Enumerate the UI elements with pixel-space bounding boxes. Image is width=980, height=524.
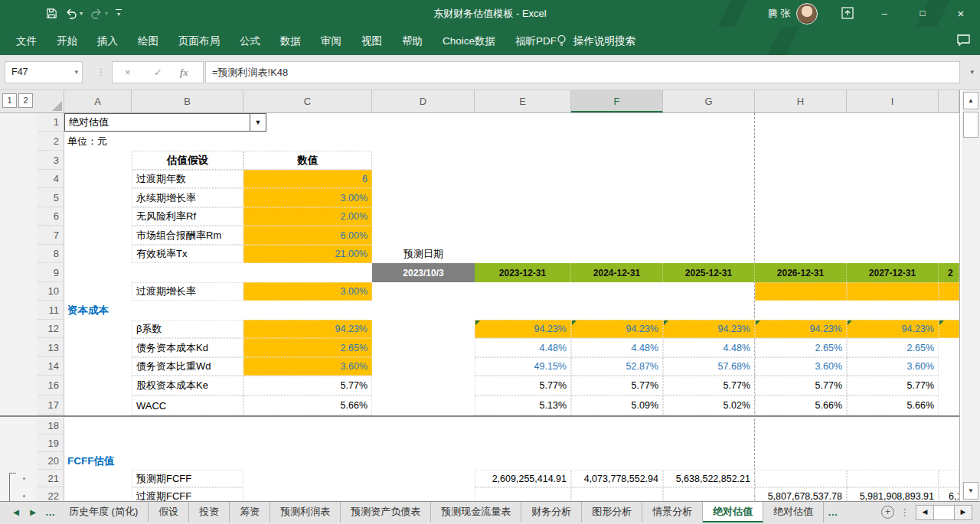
close-button[interactable]: × bbox=[949, 0, 972, 27]
cell-G16[interactable]: 5.77% bbox=[663, 376, 755, 395]
cell-B10[interactable]: 过渡期增长率 bbox=[132, 282, 243, 301]
row-header-16[interactable]: 16 bbox=[37, 376, 64, 395]
cell-D9[interactable]: 2023/10/3 bbox=[372, 263, 475, 282]
name-box[interactable]: F47 ▾ bbox=[5, 61, 83, 83]
cell-C17[interactable]: 5.66% bbox=[243, 395, 372, 415]
cell-B8[interactable]: 有效税率Tx bbox=[132, 245, 243, 263]
cell-H22[interactable]: 5,807,678,537.78 bbox=[755, 487, 847, 501]
sheet-tab-预测利润表[interactable]: 预测利润表 bbox=[270, 502, 341, 522]
cell-H12[interactable]: 94.23% bbox=[755, 320, 847, 338]
column-header-B[interactable]: B bbox=[132, 90, 243, 112]
ribbon-tab-开始[interactable]: 开始 bbox=[47, 27, 87, 55]
column-header-I[interactable]: I bbox=[847, 90, 939, 112]
row-header-10[interactable]: 10 bbox=[37, 282, 64, 301]
name-box-dropdown-icon[interactable]: ▾ bbox=[74, 62, 78, 83]
cell-E14[interactable]: 49.15% bbox=[475, 357, 571, 376]
cell-E12[interactable]: 94.23% bbox=[475, 320, 571, 338]
cell-H9[interactable]: 2026-12-31 bbox=[755, 263, 847, 282]
scroll-down-button[interactable]: ▼ bbox=[963, 482, 978, 500]
cell-B7[interactable]: 市场组合报酬率Rm bbox=[132, 226, 243, 245]
cell-H17[interactable]: 5.66% bbox=[755, 395, 847, 415]
cell-G13[interactable]: 4.48% bbox=[663, 338, 755, 357]
ribbon-tab-Choice数据[interactable]: Choice数据 bbox=[433, 27, 505, 55]
cell-B16[interactable]: 股权资本成本Ke bbox=[132, 376, 243, 395]
cell-E13[interactable]: 4.48% bbox=[475, 338, 571, 357]
ribbon-tab-审阅[interactable]: 审阅 bbox=[311, 27, 351, 55]
cell-H13[interactable]: 2.65% bbox=[755, 338, 847, 357]
ribbon-tab-页面布局[interactable]: 页面布局 bbox=[168, 27, 230, 55]
cell-I22[interactable]: 5,981,908,893.91 bbox=[847, 487, 939, 501]
cell-J12[interactable] bbox=[939, 320, 959, 338]
vertical-scroll-thumb[interactable] bbox=[963, 112, 978, 138]
cell-J21[interactable] bbox=[939, 470, 959, 487]
cell-F14[interactable]: 52.87% bbox=[571, 357, 663, 376]
sheet-tab-预测资产负债表[interactable]: 预测资产负债表 bbox=[341, 502, 431, 522]
cell-H10[interactable] bbox=[755, 282, 847, 301]
cell-B22[interactable]: 过渡期FCFF bbox=[132, 487, 243, 501]
cell-C12[interactable]: 94.23% bbox=[243, 320, 372, 338]
row-header-2[interactable]: 2 bbox=[37, 132, 64, 151]
horizontal-scrollbar[interactable]: ◀ ▶ bbox=[916, 505, 972, 520]
cell-H14[interactable]: 3.60% bbox=[755, 357, 847, 376]
ribbon-tab-绘图[interactable]: 绘图 bbox=[128, 27, 168, 55]
cell-E9[interactable]: 2023-12-31 bbox=[475, 263, 571, 282]
cell-E21[interactable]: 2,609,255,414.91 bbox=[475, 470, 571, 487]
cell-B17[interactable]: WACC bbox=[132, 395, 243, 415]
cell-J22[interactable]: 6,1 bbox=[939, 487, 959, 501]
outline-level-2-button[interactable]: 2 bbox=[18, 93, 33, 108]
sheet-tab-筹资[interactable]: 筹资 bbox=[230, 502, 270, 522]
cell-B4[interactable]: 过渡期年数 bbox=[132, 170, 243, 188]
scroll-up-button[interactable]: ▲ bbox=[963, 92, 978, 109]
column-header-H[interactable]: H bbox=[755, 90, 847, 112]
cell-E17[interactable]: 5.13% bbox=[475, 395, 571, 415]
cell-G12[interactable]: 94.23% bbox=[663, 320, 755, 338]
row-header-3[interactable]: 3 bbox=[37, 151, 64, 170]
column-header-A[interactable]: A bbox=[64, 90, 132, 112]
cell-C4[interactable]: 6 bbox=[243, 170, 372, 188]
cell-B6[interactable]: 无风险利率Rf bbox=[132, 207, 243, 226]
hscroll-left-button[interactable]: ◀ bbox=[916, 506, 933, 519]
sheet-tab-投资[interactable]: 投资 bbox=[189, 502, 230, 522]
cell-J10[interactable] bbox=[939, 282, 959, 301]
cell-B14[interactable]: 债务资本比重Wd bbox=[132, 357, 243, 376]
row-header-22[interactable]: 22 bbox=[37, 487, 64, 501]
row-header-5[interactable]: 5 bbox=[37, 188, 64, 207]
tab-bar-splitter-icon[interactable]: ⋮ bbox=[900, 507, 910, 518]
horizontal-scroll-thumb[interactable] bbox=[933, 506, 955, 519]
minimize-button[interactable]: – bbox=[873, 0, 896, 27]
ribbon-tab-文件[interactable]: 文件 bbox=[6, 27, 47, 55]
maximize-button[interactable]: □ bbox=[911, 0, 934, 27]
sheet-tab-假设[interactable]: 假设 bbox=[149, 502, 189, 522]
cell-I10[interactable] bbox=[847, 282, 939, 301]
cell-C6[interactable]: 2.00% bbox=[243, 207, 372, 226]
cell-F16[interactable]: 5.77% bbox=[571, 376, 663, 395]
valuation-type-dropdown[interactable]: 绝对估值 ▼ bbox=[64, 113, 266, 132]
outline-level-1-button[interactable]: 1 bbox=[2, 93, 17, 108]
sheet-tab-图形分析[interactable]: 图形分析 bbox=[582, 502, 642, 522]
more-sheets-right-indicator[interactable]: … bbox=[824, 502, 841, 522]
cell-F13[interactable]: 4.48% bbox=[571, 338, 663, 357]
formula-bar-expand-icon[interactable]: ▾ bbox=[970, 61, 974, 83]
hscroll-right-button[interactable]: ▶ bbox=[955, 506, 972, 519]
cell-C16[interactable]: 5.77% bbox=[243, 376, 372, 395]
new-sheet-button[interactable]: + bbox=[881, 506, 894, 519]
column-header-E[interactable]: E bbox=[475, 90, 571, 112]
sheet-tab-情景分析[interactable]: 情景分析 bbox=[642, 502, 703, 522]
cell-C7[interactable]: 6.00% bbox=[243, 226, 372, 245]
ribbon-tab-视图[interactable]: 视图 bbox=[351, 27, 392, 55]
column-header-F[interactable]: F bbox=[571, 90, 663, 112]
sheet-tab-历史年度 (简化)[interactable]: 历史年度 (简化) bbox=[59, 502, 149, 522]
row-header-17[interactable]: 17 bbox=[37, 395, 64, 415]
user-avatar[interactable] bbox=[796, 3, 818, 24]
formula-bar-handle[interactable]: ⋮ bbox=[96, 61, 106, 83]
cell-B12[interactable]: β系数 bbox=[132, 320, 243, 338]
cell-C13[interactable]: 2.65% bbox=[243, 338, 372, 357]
row-header-19[interactable]: 19 bbox=[37, 434, 64, 452]
sheet-tab-绝对估值[interactable]: 绝对估值 bbox=[703, 502, 763, 522]
insert-function-button[interactable]: fx bbox=[180, 62, 188, 83]
row-header-18[interactable]: 18 bbox=[37, 418, 64, 434]
cell-C10[interactable]: 3.00% bbox=[243, 282, 372, 301]
cell-C3[interactable]: 数值 bbox=[243, 151, 372, 170]
cell-I12[interactable]: 94.23% bbox=[847, 320, 939, 338]
cell-H21[interactable] bbox=[755, 470, 847, 487]
